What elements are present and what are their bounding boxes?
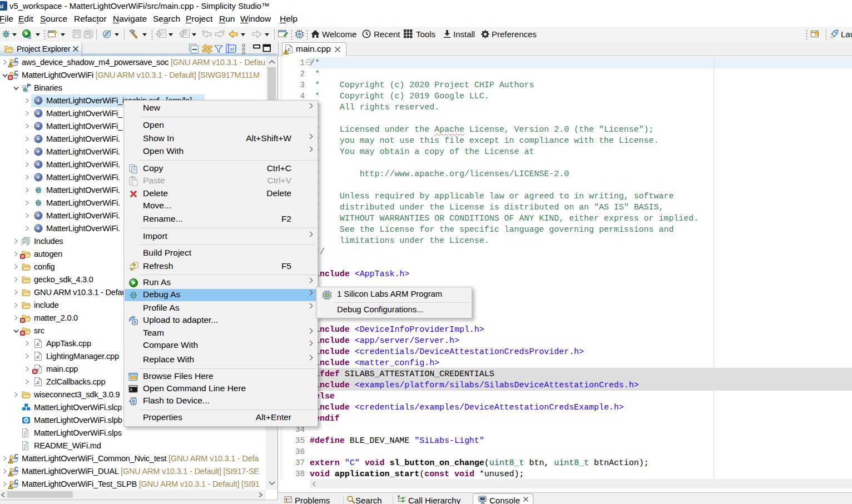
svg-text:.c: .c [36, 341, 40, 347]
svg-text:C: C [14, 480, 19, 485]
svg-text:.c: .c [36, 353, 40, 360]
svg-text:C: C [14, 467, 19, 472]
svg-text:C: C [14, 71, 19, 76]
svg-text:C: C [14, 454, 19, 460]
svg-text:si: si [230, 46, 235, 52]
svg-text:si: si [0, 3, 3, 9]
svg-text:.c: .c [36, 379, 40, 385]
svg-text:C: C [14, 58, 19, 63]
